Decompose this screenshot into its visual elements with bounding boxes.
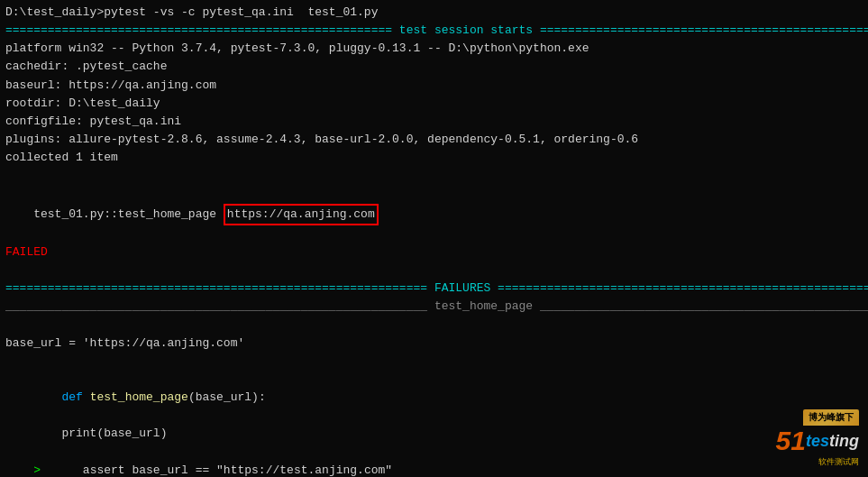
- sep-test-home: ________________________________________…: [5, 298, 863, 316]
- base-url-line: base_url = 'https://qa.anjing.com': [5, 335, 863, 353]
- plugins-line: plugins: allure-pytest-2.8.6, assume-2.4…: [5, 131, 863, 149]
- watermark-top-text: 博为峰旗下: [803, 409, 859, 426]
- sep1-line: ========================================…: [5, 22, 863, 40]
- blank3: [5, 316, 863, 334]
- blank1: [5, 167, 863, 185]
- collected-line: collected 1 item: [5, 149, 863, 167]
- watermark: 博为峰旗下 51 t e s ti ng 软件测试网: [776, 409, 859, 468]
- logo-51: 51: [776, 426, 806, 456]
- watermark-bottom-text: 软件测试网: [818, 456, 859, 468]
- arrow-indicator: >: [33, 463, 41, 477]
- failed-line: FAILED: [5, 243, 863, 261]
- assert-line: > assert base_url == "https://test.anjin…: [5, 443, 863, 477]
- test-result-line: test_01.py::test_home_page https://qa.an…: [5, 185, 863, 243]
- terminal-window: D:\test_daily>pytest -vs -c pytest_qa.in…: [0, 0, 868, 477]
- cachedir-line: cachedir: .pytest_cache: [5, 58, 863, 76]
- rootdir-line: rootdir: D:\test_daily: [5, 95, 863, 113]
- blank2: [5, 261, 863, 280]
- configfile-line: configfile: pytest_qa.ini: [5, 113, 863, 131]
- watermark-logo: 51 t e s ti ng: [776, 426, 859, 456]
- cmd-line: D:\test_daily>pytest -vs -c pytest_qa.in…: [5, 4, 863, 22]
- print-line: print(base_url): [5, 425, 863, 443]
- sep-failures: ========================================…: [5, 280, 863, 298]
- def-line: def test_home_page(base_url):: [5, 371, 863, 425]
- baseurl-line: baseurl: https://qa.anjing.com: [5, 77, 863, 95]
- test-url-highlight: https://qa.anjing.com: [224, 204, 379, 225]
- logo-testing-text: t e s ti ng: [806, 432, 859, 451]
- blank4: [5, 353, 863, 371]
- test-result-pre: test_01.py::test_home_page: [33, 207, 224, 221]
- platform-line: platform win32 -- Python 3.7.4, pytest-7…: [5, 40, 863, 58]
